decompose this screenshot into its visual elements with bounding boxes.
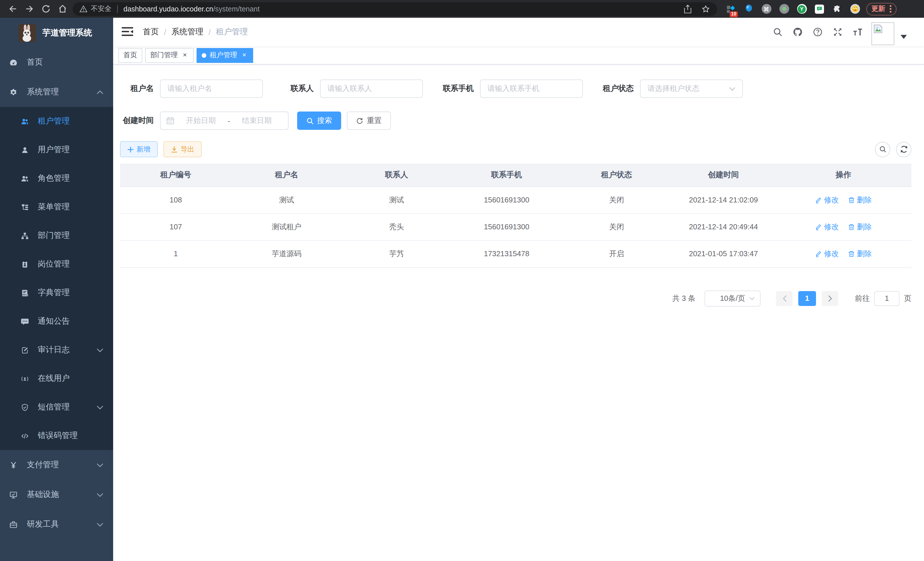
prev-page-button[interactable] [776,291,793,306]
org-chart-icon [21,231,29,240]
contact-input[interactable]: 请输入联系人 [320,80,423,98]
sidebar: 芋道管理系统 首页 系统管理 租户管理 [0,18,113,561]
extension-balloon-icon[interactable] [743,4,754,14]
payment-yen-icon [9,461,18,469]
sidebar-item-audit-log[interactable]: 审计日志 [0,336,113,364]
sidebar-item-devtools[interactable]: 研发工具 [0,510,113,539]
add-button[interactable]: 新增 [120,141,158,157]
sidebar-item-post[interactable]: 岗位管理 [0,250,113,278]
reset-button[interactable]: 重置 [347,111,391,130]
error-code-icon [21,432,29,440]
sidebar-item-sms[interactable]: 短信管理 [0,393,113,421]
delete-link[interactable]: 删除 [848,248,872,259]
font-size-icon[interactable] [853,27,863,37]
table-row: 1 芋道源码 芋艿 17321315478 开启 2021-01-05 17:0… [120,240,911,267]
tab-close-icon[interactable]: × [181,51,189,59]
search-icon[interactable] [772,27,783,37]
tenant-table: 租户编号 租户名 联系人 联系手机 租户状态 创建时间 操作 108 测试 [120,164,911,267]
sidebar-item-payment[interactable]: 支付管理 [0,450,113,480]
delete-icon [848,196,855,203]
sidebar-item-tenant[interactable]: 租户管理 [0,107,113,135]
tenant-name-input[interactable]: 请输入租户名 [160,80,263,98]
extension-tampermonkey-icon[interactable]: 10 [726,4,736,14]
browser-reload-button[interactable] [38,1,54,17]
omnibox-divider [117,5,118,13]
help-icon[interactable] [813,27,823,37]
extension-command-icon[interactable] [761,4,771,14]
next-page-button[interactable] [822,291,838,306]
chevron-down-icon [97,522,104,526]
sidebar-item-role[interactable]: 角色管理 [0,164,113,193]
avatar[interactable] [872,22,894,45]
dictionary-icon [21,289,29,297]
goto-page-input[interactable]: 1 [874,291,899,306]
end-date-input[interactable]: 结束日期 [231,116,282,126]
browser-menu-icon[interactable] [890,5,891,12]
browser-home-button[interactable] [54,1,71,17]
sidebar-item-user[interactable]: 用户管理 [0,135,113,164]
extension-puzzle-icon[interactable] [832,4,842,14]
delete-link[interactable]: 删除 [848,222,872,232]
edit-link[interactable]: 修改 [815,248,839,259]
extension-chat-icon[interactable] [814,4,825,14]
tab-dept[interactable]: 部门管理× [145,48,194,63]
active-tab-dot [202,53,206,57]
export-button[interactable]: 导出 [164,141,202,157]
tenant-name-label: 租户名 [120,83,160,94]
extension-green-dot-icon[interactable] [779,4,789,14]
gear-icon [9,88,18,96]
sidebar-item-online-user[interactable]: 在线用户 [0,364,113,393]
delete-link[interactable]: 删除 [848,195,872,205]
edit-link[interactable]: 修改 [815,222,839,232]
github-icon[interactable] [793,27,803,37]
sidebar-item-home[interactable]: 首页 [0,47,113,77]
navbar-actions [763,18,924,45]
search-button[interactable]: 搜索 [297,111,341,130]
phone-input[interactable]: 请输入联系手机 [480,80,583,98]
sidebar-item-menu[interactable]: 菜单管理 [0,193,113,221]
sidebar-item-error-code[interactable]: 错误码管理 [0,421,113,450]
start-date-input[interactable]: 开始日期 [176,116,226,126]
sidebar-item-dept[interactable]: 部门管理 [0,221,113,250]
fullscreen-icon[interactable] [832,27,843,37]
show-search-button[interactable] [875,141,890,157]
sidebar-item-notice[interactable]: 通知公告 [0,307,113,336]
menu-tree-icon [21,203,29,211]
badge-icon [21,260,29,268]
current-page[interactable]: 1 [798,291,816,306]
col-contact: 联系人 [342,164,452,186]
tab-tenant[interactable]: 租户管理× [196,48,253,63]
extension-emoji-icon[interactable] [850,4,860,14]
total-count: 共 3 条 [672,293,695,303]
phone-label: 联系手机 [440,83,480,94]
sidebar-logo[interactable]: 芋道管理系统 [0,18,113,47]
table-row: 107 测试租户 秃头 15601691300 关闭 2021-12-14 20… [120,213,911,240]
delete-icon [848,223,855,230]
col-tenant-name: 租户名 [232,164,342,186]
sidebar-item-dict[interactable]: 字典管理 [0,278,113,307]
browser-back-button[interactable] [4,1,21,17]
browser-forward-button[interactable] [21,1,38,17]
tab-close-icon[interactable]: × [241,51,248,59]
edit-link[interactable]: 修改 [815,195,839,205]
address-bar[interactable]: 不安全 dashboard.yudao.iocoder.cn/system/te… [73,2,717,16]
infrastructure-icon [9,490,18,499]
breadcrumb-home[interactable]: 首页 [143,27,159,37]
share-icon[interactable] [683,4,692,14]
bookmark-star-icon[interactable] [701,4,710,14]
sms-shield-icon [21,403,29,411]
breadcrumb-system[interactable]: 系统管理 [171,27,203,37]
caret-down-icon[interactable] [901,35,907,39]
status-select[interactable]: 请选择租户状态 [640,80,743,98]
sidebar-item-infra[interactable]: 基础设施 [0,480,113,510]
refresh-button[interactable] [896,141,911,157]
extension-yudao-icon[interactable]: Y [796,4,807,14]
tab-home[interactable]: 首页 [118,48,142,63]
sidebar-collapse-icon[interactable] [122,27,133,37]
user-icon [21,146,29,154]
sidebar-submenu-system: 租户管理 用户管理 角色管理 菜单管理 [0,107,113,450]
sidebar-item-system[interactable]: 系统管理 [0,77,113,107]
browser-update-button[interactable]: 更新 [866,3,896,15]
page-size-select[interactable]: 10条/页 [705,290,760,306]
date-range-picker[interactable]: 开始日期 - 结束日期 [160,111,289,130]
